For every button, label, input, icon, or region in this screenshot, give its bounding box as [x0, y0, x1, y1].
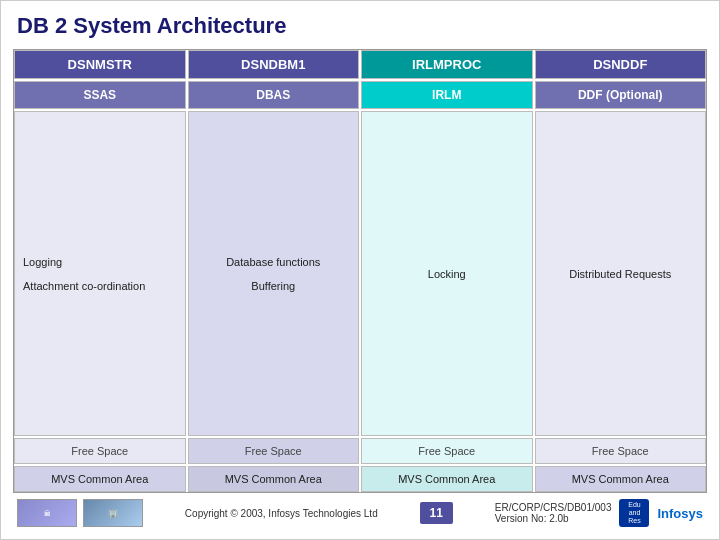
subheader-col4: DDF (Optional)	[535, 81, 707, 109]
footer-copyright: Copyright © 2003, Infosys Technologies L…	[185, 508, 378, 519]
footer: 🏛 🏢 Copyright © 2003, Infosys Technologi…	[13, 499, 707, 527]
footer-left: 🏛 🏢	[17, 499, 143, 527]
header-col1: DSNMSTR	[14, 50, 186, 79]
header-col4: DSNDDF	[535, 50, 707, 79]
freespace-col3: Free Space	[361, 438, 533, 464]
footer-right: ER/CORP/CRS/DB01/003 Version No: 2.0b Ed…	[495, 499, 703, 527]
content-col4: Distributed Requests	[535, 111, 707, 436]
infosys-logo: Infosys	[657, 506, 703, 521]
footer-docref: ER/CORP/CRS/DB01/003 Version No: 2.0b	[495, 502, 612, 524]
slide: DB 2 System Architecture DSNMSTR DSNDBM1…	[0, 0, 720, 540]
subheader-col1: SSAS	[14, 81, 186, 109]
subheader-col2: DBAS	[188, 81, 360, 109]
content-col2: Database functions Buffering	[188, 111, 360, 436]
content-col1: Logging Attachment co-ordination	[14, 111, 186, 436]
mvscommon-col4: MVS Common Area	[535, 466, 707, 492]
subheader-col3: IRLM	[361, 81, 533, 109]
architecture-table: DSNMSTR DSNDBM1 IRLMPROC DSNDDF SSAS DBA…	[13, 49, 707, 493]
education-badge: EduandRes	[619, 499, 649, 527]
mvscommon-col3: MVS Common Area	[361, 466, 533, 492]
slide-title: DB 2 System Architecture	[13, 13, 707, 39]
header-col3: IRLMPROC	[361, 50, 533, 79]
freespace-col4: Free Space	[535, 438, 707, 464]
mvscommon-col2: MVS Common Area	[188, 466, 360, 492]
freespace-col1: Free Space	[14, 438, 186, 464]
mvscommon-col1: MVS Common Area	[14, 466, 186, 492]
page-number: 11	[420, 502, 453, 524]
footer-image: 🏛	[17, 499, 77, 527]
freespace-col2: Free Space	[188, 438, 360, 464]
content-col3: Locking	[361, 111, 533, 436]
footer-image2: 🏢	[83, 499, 143, 527]
header-col2: DSNDBM1	[188, 50, 360, 79]
